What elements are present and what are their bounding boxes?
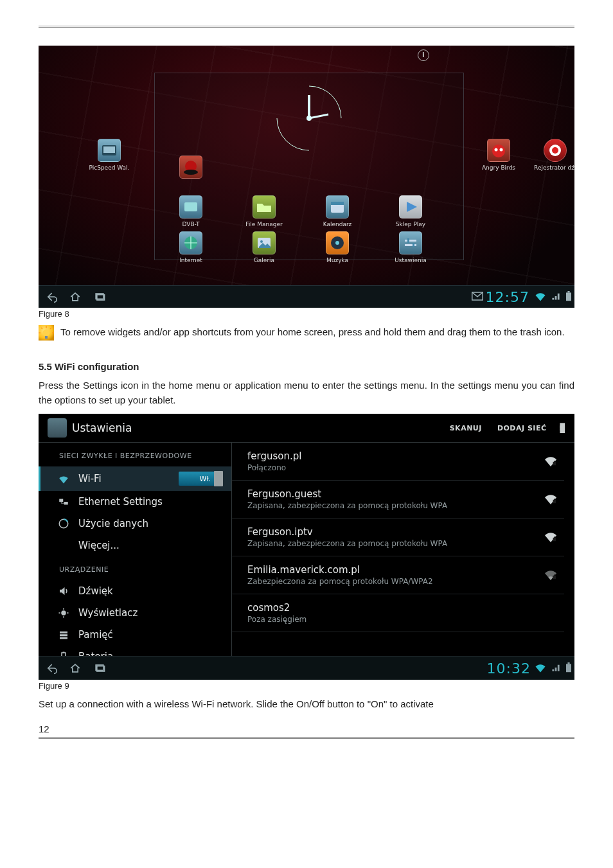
sound-icon (58, 585, 69, 597)
app-picspeed[interactable]: PicSpeed Wal. (84, 139, 135, 171)
svg-rect-64 (567, 662, 569, 664)
back-button[interactable] (39, 289, 63, 305)
section-body: Press the Settings icon in the home menu… (39, 378, 574, 407)
svg-point-6 (552, 147, 558, 154)
sidebar-item-display[interactable]: Wyświetlacz (39, 602, 231, 624)
sidebar-item-ethernet[interactable]: Ethernet Settings (39, 491, 231, 513)
file-manager-icon (253, 195, 276, 218)
calendar-icon (326, 195, 349, 218)
wifi-toggle[interactable]: Wł. (179, 472, 222, 486)
section-wireless: SIECI ZWYKŁE I BEZPRZEWODOWE (39, 443, 231, 466)
app-music[interactable]: Muzyka (312, 231, 363, 263)
angry-birds-icon (487, 139, 510, 162)
sidebar-item-label: Więcej... (78, 540, 120, 551)
status-clock: 12:57 (486, 289, 532, 305)
app-gallery[interactable]: Galeria (238, 231, 290, 263)
svg-rect-1 (103, 146, 115, 153)
svg-rect-14 (331, 202, 344, 205)
battery-icon (563, 662, 574, 675)
app-label: Ustawienia (385, 257, 436, 263)
wifi-icon (58, 473, 69, 484)
battery-icon (563, 291, 574, 303)
add-network-button[interactable]: DODAJ SIEĆ (490, 424, 555, 432)
svg-rect-21 (405, 244, 416, 246)
section-heading: 5.5 WiFi configuration (39, 361, 574, 372)
display-icon (58, 607, 69, 619)
settings-sidebar: SIECI ZWYKŁE I BEZPRZEWODOWE Wi-Fi Wł. E… (39, 443, 232, 657)
trailer-text: Set up a connection with a wireless Wi-F… (39, 697, 574, 712)
wifi-network[interactable]: Ferguson.guestZapisana, zabezpieczona za… (232, 481, 564, 518)
svg-line-8 (309, 114, 328, 118)
wifi-icon (532, 291, 549, 303)
dvb-t-icon (179, 195, 202, 218)
svg-rect-36 (59, 499, 63, 502)
sidebar-item-label: Wyświetlacz (78, 607, 138, 619)
signal-icon (549, 292, 563, 303)
app-label: Internet (165, 257, 217, 263)
svg-rect-27 (566, 292, 571, 301)
wifi-network-list: ferguson.plPołączono Ferguson.guestZapis… (232, 443, 574, 657)
svg-rect-35 (45, 336, 48, 339)
mail-icon[interactable] (469, 292, 486, 303)
recent-button[interactable] (87, 289, 112, 305)
bottom-rule (39, 737, 574, 739)
app-file-manager[interactable]: File Manager (238, 195, 290, 227)
sidebar-item-more[interactable]: Więcej... (39, 535, 231, 556)
svg-line-33 (50, 328, 51, 329)
analog-clock-widget[interactable] (271, 80, 348, 157)
svg-rect-54 (554, 461, 555, 463)
app-dvb-t[interactable]: DVB-T (165, 195, 217, 227)
svg-rect-48 (63, 652, 65, 653)
svg-point-11 (184, 170, 198, 175)
back-button[interactable] (39, 660, 63, 676)
wifi-network[interactable]: Ferguson.iptvZapisana, zabezpieczona za … (232, 518, 564, 556)
app-label: File Manager (238, 221, 290, 227)
app-label: Galeria (238, 257, 290, 263)
wifi-signal-icon (544, 531, 558, 544)
tip-block: To remove widgets and/or app shortcuts f… (39, 325, 574, 341)
picspeed-icon (98, 139, 121, 162)
blank-icon (58, 540, 69, 551)
sidebar-item-data-usage[interactable]: Użycie danych (39, 513, 231, 535)
system-navbar: 10:32 (39, 656, 574, 680)
section-device: URZĄDZENIE (39, 556, 231, 580)
svg-point-4 (500, 148, 503, 152)
svg-rect-58 (554, 536, 555, 538)
storage-icon (58, 629, 69, 641)
home-button[interactable] (63, 289, 87, 305)
app-calendar[interactable]: Kalendarz (312, 195, 363, 227)
sidebar-item-label: Dźwięk (78, 585, 113, 597)
settings-title: Ustawienia (72, 421, 132, 434)
sidebar-item-wifi[interactable]: Wi-Fi Wł. (39, 466, 231, 491)
wifi-network[interactable]: Emilia.maverick.com.plZabezpieczona za p… (232, 556, 564, 594)
app-space[interactable] (165, 155, 217, 181)
info-icon[interactable]: i (418, 49, 429, 61)
svg-point-39 (61, 610, 66, 616)
ethernet-icon (58, 496, 69, 508)
figure-9-settings: Ustawienia SKANUJ DODAJ SIEĆ ■■■ SIECI Z… (39, 414, 574, 680)
app-label: Muzyka (312, 257, 363, 263)
svg-point-19 (335, 241, 339, 245)
scan-button[interactable]: SKANUJ (442, 424, 490, 432)
settings-app-icon (48, 418, 67, 438)
app-play-store[interactable]: Sklep Play (385, 195, 436, 227)
page-number: 12 (39, 723, 574, 734)
play-store-icon (399, 195, 422, 218)
wifi-network[interactable]: cosmos2Poza zasięgiem (232, 594, 564, 632)
app-settings[interactable]: Ustawienia (385, 231, 436, 263)
sidebar-item-sound[interactable]: Dźwięk (39, 580, 231, 602)
app-angry-birds[interactable]: Angry Birds (473, 139, 524, 171)
app-label: Sklep Play (385, 221, 436, 227)
overflow-menu-icon[interactable]: ■■■ (555, 424, 574, 432)
status-clock: 10:32 (487, 660, 532, 677)
svg-rect-60 (554, 574, 555, 576)
home-button[interactable] (63, 660, 87, 676)
wifi-network[interactable]: ferguson.plPołączono (232, 443, 564, 481)
recent-button[interactable] (87, 660, 112, 676)
top-rule (39, 26, 574, 28)
svg-point-17 (260, 240, 263, 243)
app-internet[interactable]: Internet (165, 231, 217, 263)
data-usage-icon (58, 518, 69, 529)
app-recorder[interactable]: Rejestrator dź. (529, 139, 574, 171)
sidebar-item-storage[interactable]: Pamięć (39, 624, 231, 646)
